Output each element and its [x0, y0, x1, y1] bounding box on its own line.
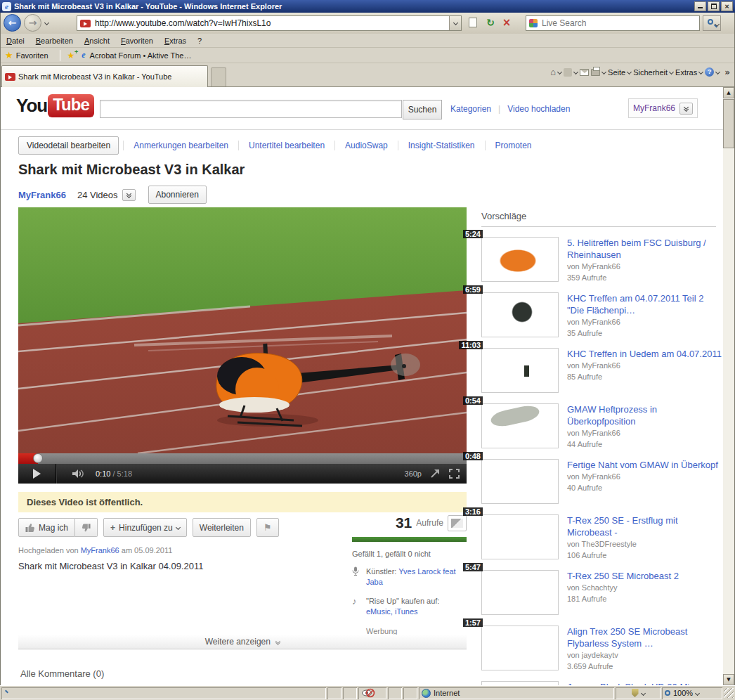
song-store-links[interactable]: eMusic, iTunes	[366, 607, 418, 616]
suggestion-item[interactable]: 3:16 T-Rex 250 SE - Erstflug mit Microbe…	[481, 514, 723, 565]
share-button[interactable]: Weiterleiten	[193, 518, 251, 537]
seek-handle[interactable]	[33, 453, 43, 463]
home-dropdown-icon[interactable]	[557, 70, 562, 74]
pop-out-icon[interactable]	[430, 469, 441, 479]
seite-dropdown-icon[interactable]	[627, 70, 632, 74]
suggestion-item[interactable]: 0:54 GMAW Heftprozess in Überkopfpositio…	[481, 403, 723, 454]
account-menu[interactable]: MyFrank66	[628, 98, 698, 118]
tab-audioswap[interactable]: AudioSwap	[334, 141, 398, 150]
suggestion-title-link[interactable]: T-Rex 250 SE Microbeast 2	[567, 570, 722, 582]
youtube-logo[interactable]: YouTube	[16, 94, 94, 117]
close-button[interactable]: ×	[721, 1, 733, 11]
menu-ansicht[interactable]: Ansicht	[79, 35, 115, 46]
suggestion-item[interactable]: 5:47 T-Rex 250 SE Microbeast 2 von Schac…	[481, 570, 723, 621]
print-dropdown-icon[interactable]	[601, 70, 606, 74]
suggestion-item[interactable]: 6:59 KHC Treffen am 04.07.2011 Teil 2 "D…	[481, 292, 723, 343]
videos-count-dropdown[interactable]: 24 Videos	[77, 189, 136, 201]
tab-videodetail-bearbeiten[interactable]: Videodetail bearbeiten	[18, 136, 119, 155]
menu-extras[interactable]: Extras	[159, 35, 192, 46]
quality-button[interactable]: 360p	[405, 469, 422, 478]
uploaded-user-link[interactable]: MyFrank66	[81, 546, 119, 555]
print-button[interactable]	[591, 69, 600, 76]
menu-bearbeiten[interactable]: Bearbeiten	[30, 35, 79, 46]
resize-grip[interactable]	[724, 688, 734, 698]
suggestion-title-link[interactable]: Align Trex 250 SE Microbeast Flybarless …	[567, 626, 722, 649]
page-scrollbar[interactable]: ▲ ▼	[723, 87, 734, 685]
video-player[interactable]: 0:10 / 5:18 360p	[18, 207, 467, 484]
compatibility-view-button[interactable]	[465, 15, 481, 31]
flag-button[interactable]: ⚑	[256, 518, 279, 537]
videos-dropdown-button[interactable]	[122, 189, 136, 201]
dislike-button[interactable]	[75, 518, 98, 537]
suggestion-item[interactable]: 11:03 KHC Treffen in Uedem am 04.07.2011…	[481, 348, 723, 398]
volume-icon[interactable]	[72, 469, 84, 479]
account-dropdown-button[interactable]	[679, 103, 693, 115]
scroll-up-button[interactable]: ▲	[723, 87, 734, 98]
video-thumbnail[interactable]: 5:47	[481, 570, 559, 615]
scrollbar-thumb[interactable]	[723, 99, 734, 148]
video-thumbnail[interactable]: 0:54	[481, 403, 559, 448]
video-thumbnail[interactable]: 0:48	[481, 459, 559, 504]
sicherheit-dropdown-icon[interactable]	[669, 70, 674, 74]
help-button[interactable]: ?	[705, 67, 714, 77]
video-thumbnail[interactable]: 5:24	[481, 237, 559, 282]
video-thumbnail[interactable]: 11:03	[481, 348, 559, 393]
show-more-button[interactable]: Weitere anzeigen	[18, 635, 467, 649]
extras-dropdown-icon[interactable]	[698, 70, 703, 74]
tab-untertitel-bearbeiten[interactable]: Untertitel bearbeiten	[238, 141, 334, 150]
address-input[interactable]	[93, 18, 449, 29]
video-thumbnail[interactable]: 3:16	[481, 514, 559, 559]
back-button[interactable]: ←	[4, 14, 21, 32]
menu-favoriten[interactable]: Favoriten	[115, 35, 159, 46]
favorite-link-acrobat[interactable]: Acrobat Forum • Aktive The…	[90, 51, 192, 60]
suggestion-title-link[interactable]: KHC Treffen in Uedem am 04.07.2011	[567, 348, 722, 360]
read-mail-button[interactable]	[580, 69, 589, 76]
rss-feed-button[interactable]	[564, 68, 572, 77]
maximize-button[interactable]	[708, 1, 720, 11]
overflow-chevron-icon[interactable]: »	[724, 67, 730, 77]
stop-button[interactable]: ×	[499, 15, 514, 31]
seek-bar[interactable]	[18, 453, 467, 464]
tab-anmerkungen-bearbeiten[interactable]: Anmerkungen bearbeiten	[123, 141, 238, 150]
rss-dropdown-icon[interactable]	[573, 70, 578, 74]
stats-chart-button[interactable]	[448, 515, 467, 531]
browser-tab-active[interactable]: Shark mit Microbeast V3 in Kalkar - YouT…	[1, 65, 208, 87]
seite-menu-button[interactable]: Seite	[608, 68, 625, 77]
scroll-down-button[interactable]: ▼	[723, 674, 734, 685]
like-button[interactable]: Mag ich	[18, 518, 75, 537]
video-thumbnail[interactable]: 6:59	[481, 292, 559, 337]
uploader-link[interactable]: MyFrank66	[18, 190, 66, 200]
favorites-button[interactable]: Favoriten	[16, 51, 48, 60]
video-thumbnail[interactable]: 1:57	[481, 626, 559, 670]
minimize-button[interactable]	[694, 1, 706, 11]
history-dropdown-icon[interactable]	[44, 20, 49, 25]
suggestion-title-link[interactable]: T-Rex 250 SE - Erstflug mit Microbeast -	[567, 514, 722, 538]
home-button[interactable]: ⌂	[550, 67, 556, 77]
menu-hilfe[interactable]: ?	[192, 35, 207, 46]
suggestion-item[interactable]: 1:57 Align Trex 250 SE Microbeast Flybar…	[481, 626, 723, 676]
suggestion-title-link[interactable]: Fertige Naht vom GMAW in Überkopf	[567, 459, 722, 471]
subscribe-button[interactable]: Abonnieren	[148, 186, 207, 204]
kategorien-link[interactable]: Kategorien	[450, 104, 491, 114]
video-hochladen-link[interactable]: Video hochladen	[507, 104, 570, 114]
search-magnifier-button[interactable]	[703, 15, 721, 31]
suggestion-title-link[interactable]: GMAW Heftprozess in Überkopfposition	[567, 403, 722, 427]
youtube-search-button[interactable]: Suchen	[403, 100, 442, 119]
fullscreen-icon[interactable]	[449, 469, 460, 479]
youtube-search-input[interactable]	[100, 100, 402, 118]
video-frame[interactable]	[18, 207, 467, 453]
address-bar[interactable]	[77, 15, 462, 31]
refresh-button[interactable]: ↻	[483, 15, 498, 31]
help-dropdown-icon[interactable]	[715, 70, 720, 74]
live-search-input[interactable]	[540, 18, 699, 29]
sicherheit-menu-button[interactable]: Sicherheit	[633, 68, 668, 77]
extras-menu-button[interactable]: Extras	[675, 68, 697, 77]
live-search-box[interactable]	[526, 15, 700, 31]
tab-insight-statistiken[interactable]: Insight-Statistiken	[398, 141, 485, 150]
zoom-control[interactable]: 100%	[662, 687, 722, 699]
suggestion-title-link[interactable]: 5. Helitreffen beim FSC Duisburg / Rhein…	[567, 237, 722, 261]
menu-datei[interactable]: Datei	[1, 35, 30, 46]
suggestion-item[interactable]: 0:48 Fertige Naht vom GMAW in Überkopf v…	[481, 459, 723, 510]
forward-button[interactable]: →	[24, 14, 41, 32]
address-dropdown-button[interactable]	[449, 16, 461, 30]
